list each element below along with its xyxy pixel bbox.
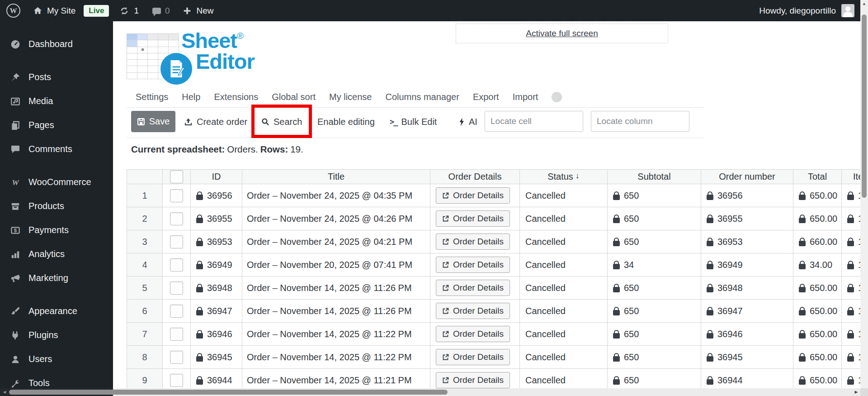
enable-editing-button[interactable]: Enable editing	[317, 114, 375, 129]
subtotal-cell[interactable]: 650	[608, 230, 701, 253]
bulk-edit-button[interactable]: >_ Bulk Edit	[390, 114, 437, 129]
id-cell[interactable]: 36955	[191, 207, 242, 230]
row-number-cell[interactable]: 7	[127, 323, 163, 346]
total-cell[interactable]: 650.00	[793, 346, 842, 369]
row-checkbox[interactable]	[170, 281, 183, 295]
new-menu[interactable]: New	[182, 5, 214, 16]
total-cell[interactable]: 650.00	[793, 300, 842, 323]
subtotal-cell[interactable]: 650	[608, 277, 701, 300]
menu-item-my-license[interactable]: My license	[329, 92, 372, 102]
select-all-checkbox[interactable]	[170, 170, 183, 183]
order-details-button[interactable]: Order Details	[436, 349, 510, 365]
menu-item-columns-manager[interactable]: Columns manager	[385, 92, 459, 102]
subtotal-cell[interactable]: 650	[608, 300, 701, 323]
order-details-button[interactable]: Order Details	[436, 280, 510, 296]
total-cell[interactable]: 34.00	[793, 253, 842, 277]
status-cell[interactable]: Cancelled	[520, 207, 608, 230]
vertical-scrollbar-thumb[interactable]	[862, 14, 867, 198]
row-checkbox[interactable]	[170, 212, 183, 225]
menu-item-import[interactable]: Import	[513, 92, 538, 102]
order-number-cell[interactable]: 36946	[701, 323, 793, 346]
updates-menu[interactable]: 1	[119, 5, 139, 16]
status-cell[interactable]: Cancelled	[520, 323, 608, 346]
row-checkbox[interactable]	[170, 258, 183, 272]
ai-button[interactable]: AI	[458, 114, 477, 129]
order-details-button[interactable]: Order Details	[436, 234, 510, 250]
row-number-cell[interactable]: 1	[127, 184, 163, 207]
sidebar-item-comments[interactable]: Comments	[0, 137, 113, 161]
menu-circle-icon[interactable]	[552, 92, 562, 102]
title-cell[interactable]: Order – November 24, 2025 @ 04:21 PM	[242, 230, 430, 253]
save-button[interactable]: Save	[131, 111, 175, 132]
title-cell[interactable]: Order – November 14, 2025 @ 11:26 PM	[242, 277, 430, 300]
status-cell[interactable]: Cancelled	[520, 253, 608, 277]
comments-menu[interactable]: 0	[152, 6, 170, 16]
order-details-button[interactable]: Order Details	[436, 303, 510, 319]
horizontal-scrollbar-thumb[interactable]	[9, 390, 448, 395]
order-number-cell[interactable]: 36945	[701, 346, 793, 369]
order-number-cell[interactable]: 36948	[701, 277, 793, 300]
id-cell[interactable]: 36945	[191, 346, 242, 369]
menu-item-export[interactable]: Export	[473, 92, 499, 102]
column-header-id[interactable]: ID	[191, 169, 242, 184]
row-number-cell[interactable]: 6	[127, 300, 163, 323]
scroll-up-arrow-icon[interactable]: ▲	[860, 0, 868, 7]
wordpress-menu[interactable]: W	[6, 4, 20, 18]
order-details-button[interactable]: Order Details	[436, 372, 510, 388]
locate-cell-input[interactable]	[485, 111, 583, 132]
sidebar-item-payments[interactable]: $Payments	[0, 218, 113, 242]
row-number-cell[interactable]: 2	[127, 207, 163, 230]
column-header-order-number[interactable]: Order number	[701, 169, 793, 184]
row-number-cell[interactable]: 8	[127, 346, 163, 369]
sidebar-item-products[interactable]: Products	[0, 194, 113, 218]
sidebar-item-posts[interactable]: Posts	[0, 65, 113, 89]
id-cell[interactable]: 36947	[191, 300, 242, 323]
title-cell[interactable]: Order – November 14, 2025 @ 11:26 PM	[242, 300, 430, 323]
sidebar-item-marketing[interactable]: Marketing	[0, 266, 113, 290]
row-checkbox[interactable]	[170, 374, 183, 387]
title-cell[interactable]: Order – November 14, 2025 @ 11:22 PM	[242, 323, 430, 346]
title-cell[interactable]: Order – November 20, 2025 @ 07:41 PM	[242, 253, 430, 277]
row-checkbox[interactable]	[170, 189, 183, 202]
sidebar-item-woocommerce[interactable]: WWooCommerce	[0, 170, 113, 194]
subtotal-cell[interactable]: 650	[608, 207, 701, 230]
total-cell[interactable]: 650.00	[793, 207, 842, 230]
id-cell[interactable]: 36948	[191, 277, 242, 300]
total-cell[interactable]: 650.00	[793, 277, 842, 300]
status-cell[interactable]: Cancelled	[520, 277, 608, 300]
column-header-total[interactable]: Total	[793, 169, 842, 184]
order-number-cell[interactable]: 36947	[701, 300, 793, 323]
order-number-cell[interactable]: 36955	[701, 207, 793, 230]
create-order-button[interactable]: Create order	[184, 114, 247, 129]
menu-item-help[interactable]: Help	[182, 92, 200, 102]
sidebar-item-analytics[interactable]: Analytics	[0, 242, 113, 266]
column-header-title[interactable]: Title	[242, 169, 430, 184]
status-cell[interactable]: Cancelled	[520, 346, 608, 369]
horizontal-scrollbar[interactable]: ◀ ▶	[0, 388, 868, 396]
order-number-cell[interactable]: 36956	[701, 184, 793, 207]
status-cell[interactable]: Cancelled	[520, 230, 608, 253]
search-button[interactable]: Search	[261, 114, 302, 129]
row-number-cell[interactable]: 5	[127, 277, 163, 300]
column-header-order-details[interactable]: Order Details	[430, 169, 520, 184]
subtotal-cell[interactable]: 34	[608, 253, 701, 277]
title-cell[interactable]: Order – November 14, 2025 @ 11:22 PM	[242, 346, 430, 369]
select-all-header-cell[interactable]	[163, 169, 191, 184]
scroll-right-arrow-icon[interactable]: ▶	[853, 388, 860, 396]
id-cell[interactable]: 36946	[191, 323, 242, 346]
id-cell[interactable]: 36956	[191, 184, 242, 207]
status-cell[interactable]: Cancelled	[520, 184, 608, 207]
vertical-scrollbar[interactable]: ▲	[860, 0, 868, 388]
id-cell[interactable]: 36953	[191, 230, 242, 253]
order-number-cell[interactable]: 36949	[701, 253, 793, 277]
total-cell[interactable]: 650.00	[793, 323, 842, 346]
id-cell[interactable]: 36949	[191, 253, 242, 277]
menu-item-settings[interactable]: Settings	[136, 92, 168, 102]
row-number-cell[interactable]: 3	[127, 230, 163, 253]
activate-fullscreen-link[interactable]: Activate full screen	[526, 29, 598, 38]
order-details-button[interactable]: Order Details	[436, 210, 510, 227]
row-checkbox[interactable]	[170, 351, 183, 364]
menu-item-extensions[interactable]: Extensions	[214, 92, 258, 102]
status-cell[interactable]: Cancelled	[520, 300, 608, 323]
account-menu[interactable]: Howdy, diegoportillo	[759, 4, 854, 17]
